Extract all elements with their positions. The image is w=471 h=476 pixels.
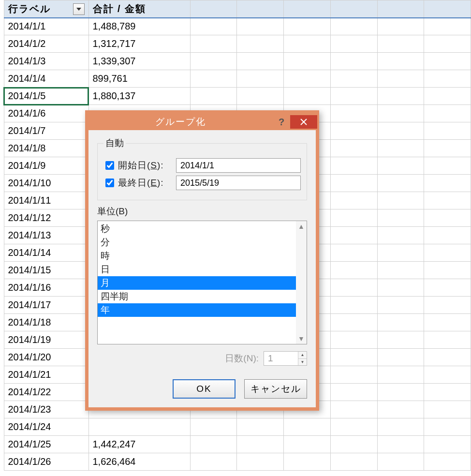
row-label-cell[interactable]: 2014/1/12 (4, 209, 88, 227)
auto-fieldset: 自動 開始日(S): 最終日(E): (97, 137, 307, 200)
help-icon[interactable]: ? (273, 117, 290, 128)
value-cell[interactable]: 1,442,247 (88, 436, 190, 453)
svg-marker-0 (76, 8, 81, 11)
unit-option[interactable]: 分 (98, 236, 296, 249)
row-label-cell[interactable]: 2014/1/19 (4, 331, 88, 349)
unit-option[interactable]: 月 (98, 276, 296, 290)
unit-option[interactable]: 日 (98, 263, 296, 276)
value-cell[interactable]: 1,488,789 (88, 18, 190, 35)
row-label-cell[interactable]: 2014/1/6 (4, 105, 88, 122)
unit-option[interactable]: 時 (98, 249, 296, 263)
filter-dropdown-icon[interactable] (73, 3, 85, 15)
value-cell[interactable] (88, 418, 190, 436)
unit-option[interactable]: 年 (98, 303, 296, 317)
header-row-label[interactable]: 行ラベル (4, 0, 88, 18)
spinner-up-icon[interactable]: ▲ (298, 352, 307, 359)
days-label: 日数(N): (225, 352, 259, 365)
row-label-cell[interactable]: 2014/1/10 (4, 175, 88, 192)
unit-option[interactable]: 秒 (98, 222, 296, 236)
value-cell[interactable]: 899,761 (88, 70, 190, 88)
row-label-cell[interactable]: 2014/1/5 (4, 88, 88, 105)
row-label-cell[interactable]: 2014/1/7 (4, 122, 88, 140)
value-cell[interactable]: 1,312,717 (88, 35, 190, 53)
row-label-cell[interactable]: 2014/1/24 (4, 418, 88, 436)
dialog-titlebar[interactable]: グループ化 ? (88, 114, 316, 130)
row-label-cell[interactable]: 2014/1/26 (4, 453, 88, 471)
close-icon[interactable] (290, 115, 317, 129)
unit-label: 単位(B) (97, 205, 307, 218)
start-date-checkbox[interactable] (105, 161, 114, 170)
ok-button[interactable]: OK (173, 379, 236, 399)
row-label-cell[interactable]: 2014/1/8 (4, 140, 88, 157)
grouping-dialog: グループ化 ? 自動 開始日(S): 最終日(E): 単位(B) 秒分時日月四半… (85, 110, 319, 411)
row-label-cell[interactable]: 2014/1/3 (4, 53, 88, 70)
days-spinner: 1 ▲ ▼ (264, 351, 307, 366)
row-label-cell[interactable]: 2014/1/15 (4, 262, 88, 279)
row-label-cell[interactable]: 2014/1/9 (4, 157, 88, 175)
row-label-cell[interactable]: 2014/1/1 (4, 18, 88, 35)
header-sum-amount: 合計 / 金額 (88, 0, 190, 18)
scroll-up-icon[interactable]: ▲ (298, 223, 305, 230)
auto-legend: 自動 (103, 137, 126, 149)
scroll-down-icon[interactable]: ▼ (298, 335, 305, 342)
value-cell[interactable]: 1,339,307 (88, 53, 190, 70)
unit-listbox[interactable]: 秒分時日月四半期年 ▲ ▼ (97, 221, 307, 344)
start-date-input[interactable] (176, 158, 301, 173)
listbox-scrollbar[interactable]: ▲ ▼ (296, 221, 307, 344)
row-label-cell[interactable]: 2014/1/25 (4, 436, 88, 453)
row-label-cell[interactable]: 2014/1/20 (4, 349, 88, 366)
row-label-cell[interactable]: 2014/1/22 (4, 384, 88, 401)
row-label-cell[interactable]: 2014/1/13 (4, 227, 88, 244)
row-label-cell[interactable]: 2014/1/14 (4, 244, 88, 262)
end-date-label: 最終日(E): (118, 177, 176, 189)
end-date-input[interactable] (176, 176, 301, 190)
row-label-cell[interactable]: 2014/1/18 (4, 314, 88, 331)
value-cell[interactable]: 1,880,137 (88, 88, 190, 105)
row-label-cell[interactable]: 2014/1/16 (4, 279, 88, 297)
row-label-cell[interactable]: 2014/1/17 (4, 297, 88, 314)
days-value: 1 (264, 352, 298, 365)
row-label-cell[interactable]: 2014/1/4 (4, 70, 88, 88)
row-label-cell[interactable]: 2014/1/11 (4, 192, 88, 209)
row-label-cell[interactable]: 2014/1/23 (4, 401, 88, 418)
unit-option[interactable]: 四半期 (98, 290, 296, 303)
value-cell[interactable]: 1,626,464 (88, 453, 190, 471)
dialog-title: グループ化 (88, 116, 273, 128)
row-label-cell[interactable]: 2014/1/21 (4, 366, 88, 384)
row-label-cell[interactable]: 2014/1/2 (4, 35, 88, 53)
start-date-label: 開始日(S): (118, 159, 176, 172)
cancel-button[interactable]: キャンセル (244, 379, 307, 399)
spinner-down-icon[interactable]: ▼ (298, 359, 307, 366)
end-date-checkbox[interactable] (105, 178, 114, 187)
